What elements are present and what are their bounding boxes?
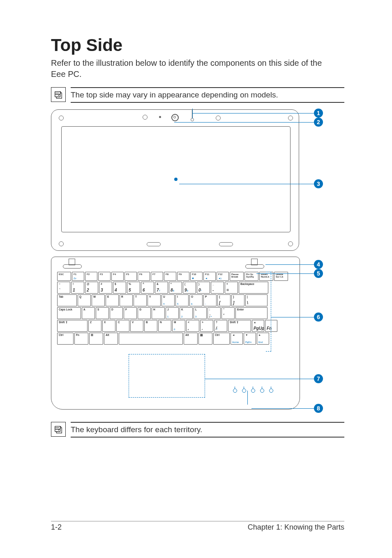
left-switch-icon [63, 259, 81, 268]
keycap: J1 [166, 307, 179, 319]
lid-hole-icon [59, 241, 64, 246]
keycap: Shift ⇧ [228, 320, 251, 332]
keyboard: ESCF1ZzF2F3F4F5F6F7F8F9F10✱F11◄F12◄)Paus… [57, 272, 294, 351]
note-2: The keyboard differs for each territory. [51, 422, 344, 438]
status-led-icon [233, 389, 237, 393]
keycap: R [120, 294, 133, 306]
keycap: Q [78, 294, 91, 306]
keycap: Pause Break [230, 272, 244, 281]
keycap: F11◄ [203, 272, 216, 281]
keycap: E [106, 294, 119, 306]
keycap: ⊞ [89, 333, 103, 345]
keycap: ^6 [141, 282, 154, 294]
note-1: The top side may vary in appearance depe… [51, 87, 344, 103]
hinge-icon [219, 242, 233, 246]
keycap: X [102, 320, 115, 332]
keycap: F9 [177, 272, 189, 281]
keycap: )0* [197, 282, 210, 294]
keycap: F4 [111, 272, 124, 281]
keycap: F12◄) [217, 272, 229, 281]
callout-5-leader: 5 [256, 269, 323, 278]
keycap: ▼PgDn [244, 333, 256, 345]
keyboard-callout-outline [266, 272, 271, 352]
callout-1-badge: 1 [314, 109, 323, 118]
keycap: += [225, 282, 238, 294]
callout-4-leader: 4 [265, 260, 323, 269]
device-diagram: ESCF1ZzF2F3F4F5F6F7F8F9F10✱F11◄F12◄)Paus… [51, 109, 344, 414]
keycap: %5 [127, 282, 140, 294]
power-switch-icon [245, 259, 263, 268]
callout-1-leader: 1 [192, 109, 323, 118]
lid-hole-icon [288, 241, 293, 246]
keycap: ESC [57, 272, 71, 281]
callout-8-badge: 8 [314, 404, 323, 413]
callout-3-badge: 3 [314, 179, 323, 188]
keycap: F2 [85, 272, 97, 281]
keycap: F [124, 307, 137, 319]
keycap: Ctrl [213, 333, 230, 345]
keycap: !1 [71, 282, 84, 294]
note-2-text: The keyboard differs for each territory. [71, 425, 202, 434]
page-number: 1-2 [51, 523, 62, 532]
page-footer: 1-2 Chapter 1: Knowing the Parts [51, 521, 344, 532]
keycap: <, [186, 320, 199, 332]
leader-line [247, 391, 248, 405]
keycap: F8 [164, 272, 176, 281]
keycap: O6 [189, 294, 203, 306]
status-led-icon [251, 389, 255, 393]
keycap: A [82, 307, 95, 319]
keycap: {[ [217, 294, 231, 306]
keycap: Enter [235, 307, 267, 319]
status-led-icon [269, 389, 273, 393]
keycap: M0 [172, 320, 185, 332]
status-led-strip [233, 389, 273, 393]
keycap: ~` [57, 282, 70, 294]
keycap: S [96, 307, 109, 319]
keycap: F5 [125, 272, 137, 281]
callout-7-badge: 7 [314, 374, 323, 383]
page-title: Top Side [51, 35, 344, 55]
keycap: $4 [113, 282, 126, 294]
keycap: W [92, 294, 105, 306]
note-icon [51, 422, 66, 437]
status-led-icon [242, 389, 246, 393]
device-base: ESCF1ZzF2F3F4F5F6F7F8F9F10✱F11◄F12◄)Paus… [51, 257, 300, 410]
keycap: I5 [175, 294, 189, 306]
keycap: ◄Home [231, 333, 243, 345]
keycap: Shift ⇧ [57, 320, 88, 332]
callout-3-leader: 3 [179, 179, 323, 188]
keycap: N [158, 320, 171, 332]
keycap: ▤ [198, 333, 212, 345]
keycap: F3 [98, 272, 111, 281]
keycap: Backspace [239, 282, 268, 294]
callout-6-leader: 6 [271, 313, 323, 322]
keycap: Y [148, 294, 161, 306]
keycap: C [116, 320, 129, 332]
keycap: P- [203, 294, 217, 306]
keycap: K2 [180, 307, 193, 319]
keycap: T [134, 294, 147, 306]
callout-7-leader: 7 [205, 374, 323, 383]
keycap: "' [221, 307, 235, 319]
keycap: F10✱ [190, 272, 203, 281]
keycap [119, 333, 183, 345]
keycap: L3 [194, 307, 207, 319]
keycap: Ctrl [57, 333, 74, 345]
callout-4-badge: 4 [314, 260, 323, 269]
callout-6-badge: 6 [314, 313, 323, 322]
keycap: Tab [57, 294, 77, 306]
keycap: >. [200, 320, 213, 332]
intro-text: Refer to the illustration below to ident… [51, 58, 339, 80]
keycap: Fn [74, 333, 88, 345]
keycap: F7 [151, 272, 163, 281]
keycap: Alt [104, 333, 118, 345]
callout-8-leader: 8 [251, 404, 323, 413]
keycap: B [144, 320, 157, 332]
screen-center-dot-icon [174, 178, 178, 181]
callout-2-badge: 2 [314, 118, 323, 127]
note-1-text: The top side may vary in appearance depe… [71, 90, 278, 99]
keycap: U4 [161, 294, 175, 306]
keycap: _- [211, 282, 224, 294]
lid-hole-icon [59, 116, 64, 120]
lid-hole-icon [143, 115, 148, 120]
